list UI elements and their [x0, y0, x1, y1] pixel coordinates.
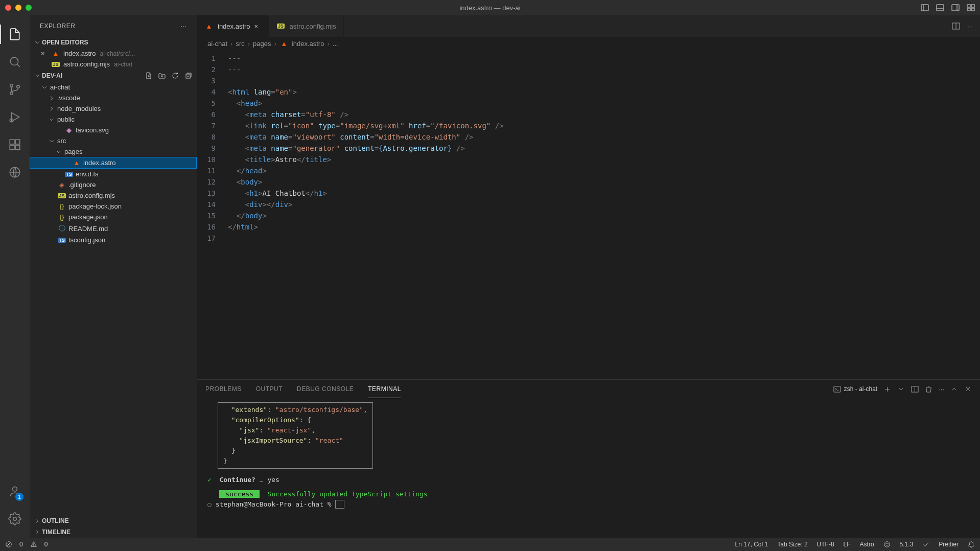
project-header[interactable]: DEV-AI: [30, 70, 197, 82]
breadcrumb-item[interactable]: ...: [333, 40, 338, 48]
split-editor-icon[interactable]: [952, 22, 960, 30]
explorer-more-icon[interactable]: ···: [180, 22, 186, 30]
tree-folder[interactable]: .vscode: [30, 93, 197, 103]
toggle-primary-sidebar-icon[interactable]: [921, 4, 929, 12]
toggle-panel-icon[interactable]: [936, 4, 944, 12]
activity-accounts[interactable]: 1: [0, 477, 30, 505]
new-terminal-icon[interactable]: [883, 385, 891, 393]
svg-point-49: [888, 543, 888, 544]
error-count[interactable]: 0: [19, 541, 23, 548]
toggle-secondary-sidebar-icon[interactable]: [951, 4, 960, 12]
tree-file[interactable]: ⓘREADME.md: [30, 222, 197, 235]
terminal-selector[interactable]: zsh - ai-chat: [833, 385, 877, 393]
open-editor-item[interactable]: ×▲index.astroai-chat/src/...: [30, 48, 197, 59]
warning-count[interactable]: 0: [44, 541, 48, 548]
astro-version[interactable]: 5.1.3: [900, 541, 914, 548]
ts-file-icon: TS: [64, 172, 74, 177]
window-close-button[interactable]: [5, 5, 11, 11]
tab-size[interactable]: Tab Size: 2: [777, 541, 807, 548]
breadcrumb-sep: ›: [274, 40, 276, 48]
kill-terminal-icon[interactable]: [925, 385, 932, 393]
timeline-header[interactable]: TIMELINE: [30, 526, 197, 538]
maximize-panel-icon[interactable]: [950, 385, 958, 393]
tree-file[interactable]: {}package-lock.json: [30, 201, 197, 212]
tree-file[interactable]: JSastro.config.mjs: [30, 190, 197, 201]
panel-tab-debug-console[interactable]: DEBUG CONSOLE: [297, 380, 354, 398]
panel-tab-output[interactable]: OUTPUT: [256, 380, 283, 398]
tree-item-label: public: [57, 116, 75, 123]
tree-file[interactable]: TStsconfig.json: [30, 235, 197, 245]
breadcrumb-sep: ›: [230, 40, 232, 48]
svg-marker-15: [12, 112, 19, 121]
collapse-all-icon[interactable]: [184, 72, 193, 80]
title-bar: index.astro — dev-ai: [0, 0, 980, 15]
warning-icon[interactable]: [30, 541, 37, 548]
open-editor-item[interactable]: ×JSastro.config.mjsai-chat: [30, 59, 197, 70]
git-branch-icon: [8, 83, 21, 96]
feedback-icon[interactable]: [883, 541, 891, 548]
code-editor[interactable]: 1234567891011121314151617 ------ <html l…: [197, 51, 980, 379]
open-editors-header[interactable]: OPEN EDITORS: [30, 37, 197, 48]
breadcrumb[interactable]: ai-chat›src›pages›▲index.astro›...: [197, 37, 980, 51]
breadcrumb-item[interactable]: ai-chat: [207, 40, 227, 48]
tree-file[interactable]: ◈.gitignore: [30, 179, 197, 190]
editor-tab[interactable]: JSastro.config.mjs: [269, 15, 344, 37]
language-mode[interactable]: Astro: [860, 541, 874, 548]
activity-source-control[interactable]: [0, 76, 30, 103]
error-icon[interactable]: [5, 541, 12, 548]
close-icon[interactable]: ×: [41, 50, 48, 57]
open-editors-label: OPEN EDITORS: [42, 39, 88, 46]
split-terminal-icon[interactable]: [911, 385, 919, 393]
notifications-icon[interactable]: [968, 541, 975, 548]
panel-tab-terminal[interactable]: TERMINAL: [368, 380, 401, 398]
activity-remote[interactable]: [0, 158, 30, 186]
explorer-title: EXPLORER: [40, 22, 75, 30]
tree-folder[interactable]: src: [30, 135, 197, 146]
tree-item-label: pages: [64, 148, 82, 155]
activity-search[interactable]: [0, 48, 30, 76]
close-icon[interactable]: ×: [254, 22, 262, 30]
panel-tab-problems[interactable]: PROBLEMS: [205, 380, 242, 398]
svg-rect-19: [10, 145, 14, 150]
encoding[interactable]: UTF-8: [817, 541, 834, 548]
outline-header[interactable]: OUTLINE: [30, 515, 197, 526]
tree-folder[interactable]: pages: [30, 146, 197, 157]
terminal-dropdown-icon[interactable]: [897, 385, 905, 393]
terminal-content[interactable]: "extends": "astro/tsconfigs/base", "comp…: [197, 398, 980, 538]
tree-file[interactable]: TSenv.d.ts: [30, 169, 197, 179]
new-file-icon[interactable]: [145, 72, 153, 80]
tree-item-label: favicon.svg: [76, 126, 109, 134]
tree-file[interactable]: ▲index.astro: [30, 157, 197, 169]
activity-settings[interactable]: [0, 505, 30, 533]
more-editor-actions-icon[interactable]: ···: [967, 22, 973, 30]
debug-icon: [8, 110, 21, 124]
customize-layout-icon[interactable]: [967, 4, 975, 12]
tree-file[interactable]: ◆favicon.svg: [30, 125, 197, 135]
breadcrumb-item[interactable]: index.astro: [292, 40, 324, 48]
tree-file[interactable]: {}package.json: [30, 212, 197, 222]
window-minimize-button[interactable]: [15, 5, 21, 11]
breadcrumb-item[interactable]: src: [236, 40, 244, 48]
tree-item-label: package.json: [68, 213, 108, 221]
new-folder-icon[interactable]: [158, 72, 166, 80]
window-maximize-button[interactable]: [26, 5, 32, 11]
editor-tabs: ▲index.astro×JSastro.config.mjs ···: [197, 15, 980, 37]
activity-explorer[interactable]: [0, 20, 30, 48]
tree-folder[interactable]: ai-chat: [30, 82, 197, 93]
tree-folder[interactable]: public: [30, 114, 197, 125]
editor-tab[interactable]: ▲index.astro×: [197, 15, 269, 37]
open-editor-path: ai-chat/src/...: [100, 50, 135, 57]
refresh-icon[interactable]: [171, 72, 179, 80]
tree-folder[interactable]: node_modules: [30, 103, 197, 114]
json-file-icon: {}: [57, 213, 66, 221]
tree-item-label: ai-chat: [50, 83, 70, 91]
activity-extensions[interactable]: [0, 131, 30, 158]
breadcrumb-item[interactable]: pages: [253, 40, 271, 48]
cursor-position[interactable]: Ln 17, Col 1: [735, 541, 768, 548]
globe-icon: [8, 166, 21, 179]
close-panel-icon[interactable]: [964, 385, 972, 393]
activity-run-debug[interactable]: [0, 103, 30, 131]
panel-more-icon[interactable]: ···: [939, 385, 944, 393]
prettier-status[interactable]: Prettier: [939, 541, 959, 548]
eol[interactable]: LF: [844, 541, 851, 548]
